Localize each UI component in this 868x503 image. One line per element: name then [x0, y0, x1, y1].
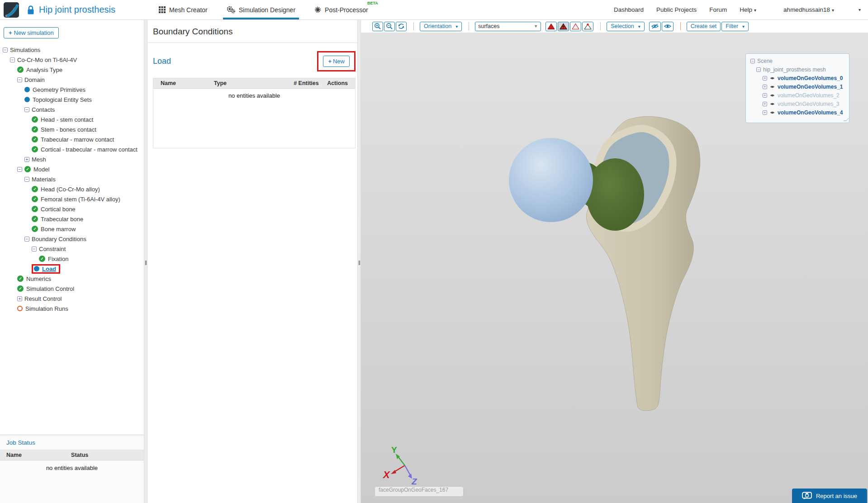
tab-label: Post-Processor	[325, 6, 368, 14]
refresh-view-button[interactable]	[396, 22, 407, 31]
sidebar-tree-item[interactable]: ✓ Head (Co-Cr-Mo alloy)	[0, 184, 144, 194]
tab-mesh-creator[interactable]: Mesh Creator	[157, 0, 209, 19]
render-mode-surfaces-edges-button[interactable]	[558, 22, 569, 31]
sidebar-tree-item[interactable]: ✓ Simulation Control	[0, 284, 144, 294]
tree-status-icon: ✓	[17, 275, 24, 282]
tree-expand-icon[interactable]: +	[763, 102, 767, 106]
tree-expand-icon[interactable]: +	[763, 85, 767, 89]
nav-dashboard[interactable]: Dashboard	[614, 6, 644, 13]
sidebar-tree-item[interactable]: ✓ Fixation	[0, 254, 144, 264]
sidebar-tree-item[interactable]: ✓ Trabecular - marrow contact	[0, 134, 144, 144]
render-mode-points-button[interactable]	[582, 22, 593, 31]
new-simulation-button[interactable]: + New simulation	[4, 27, 59, 38]
tree-collapse-icon[interactable]: −	[750, 59, 755, 63]
tree-expander-icon[interactable]: +	[24, 157, 29, 162]
sidebar-tree-item[interactable]: ✓ Head - stem contact	[0, 114, 144, 124]
tree-expander-icon[interactable]: −	[3, 47, 8, 52]
scene-volume-row[interactable]: + volumeOnGeoVolumes_3	[750, 100, 846, 108]
tree-collapse-icon[interactable]: −	[756, 67, 761, 72]
annotation-box-new-button: + New	[317, 51, 356, 71]
sidebar-tree-item[interactable]: − Boundary Conditions	[0, 234, 144, 244]
resize-grip-icon[interactable]	[843, 118, 849, 121]
sidebar-tree-item[interactable]: − ✓ Model	[0, 164, 144, 174]
sidebar-tree-item[interactable]: + Result Control	[0, 294, 144, 304]
nav-help[interactable]: Help▾	[740, 6, 756, 13]
scene-root-row[interactable]: − Scene	[750, 57, 846, 65]
tree-item-label: Bone marrow	[41, 226, 76, 233]
scene-volume-row[interactable]: + volumeOnGeoVolumes_4	[750, 109, 846, 116]
tree-expander-icon[interactable]: +	[17, 296, 22, 301]
tree-expand-icon[interactable]: +	[763, 76, 767, 81]
eye-icon[interactable]	[769, 93, 775, 98]
sidebar-tree-item[interactable]: Topological Entity Sets	[0, 95, 144, 104]
eye-icon[interactable]	[769, 85, 775, 89]
selection-button[interactable]: Selection ▾	[607, 22, 644, 31]
hide-selected-button[interactable]	[649, 22, 661, 31]
face-name-input[interactable]	[375, 486, 464, 497]
zoom-in-button[interactable]	[372, 22, 383, 31]
tree-expander-icon[interactable]: −	[32, 247, 37, 252]
tree-status-icon: ✓	[32, 206, 38, 212]
orientation-button[interactable]: Orientation ▾	[420, 22, 462, 31]
sidebar-tree-item[interactable]: − Contacts	[0, 104, 144, 114]
scene-volume-row[interactable]: + volumeOnGeoVolumes_2	[750, 92, 846, 99]
scene-mesh-row[interactable]: − hip_joint_prosthesis mesh	[750, 66, 846, 73]
render-mode-wireframe-button[interactable]	[570, 22, 581, 31]
tree-expander-icon[interactable]: −	[17, 77, 22, 82]
tree-item-label: Model	[33, 166, 49, 173]
panel-splitter-left[interactable]	[144, 20, 147, 503]
scene-volume-label: volumeOnGeoVolumes_3	[778, 101, 840, 107]
tree-expander-icon[interactable]: −	[17, 167, 22, 172]
tree-expander-icon[interactable]: −	[24, 107, 29, 112]
sidebar-tree-item[interactable]: − Co-Cr-Mo on Ti-6Al-4V	[0, 55, 144, 65]
chevron-down-icon: ▾	[742, 24, 745, 29]
sidebar-tree-item[interactable]: ✓ Bone marrow	[0, 224, 144, 234]
tab-simulation-designer[interactable]: Simulation Designer	[225, 0, 297, 19]
sidebar-tree-item[interactable]: ✓ Cortical bone	[0, 204, 144, 214]
app-logo-icon[interactable]	[4, 2, 19, 18]
sidebar-tree-item[interactable]: ✓ Analysis Type	[0, 65, 144, 75]
scene-volume-row[interactable]: + volumeOnGeoVolumes_1	[750, 83, 846, 90]
new-load-button[interactable]: + New	[323, 56, 350, 67]
zoom-out-button[interactable]	[384, 22, 395, 31]
sidebar-tree-item[interactable]: Simulation Runs	[0, 304, 144, 313]
nav-forum[interactable]: Forum	[709, 6, 727, 13]
toolbar-separator	[680, 22, 681, 30]
eye-icon[interactable]	[769, 76, 775, 81]
sidebar-tree-item[interactable]: ✓ Femoral stem (Ti-6Al-4V alloy)	[0, 194, 144, 204]
tree-expander-icon[interactable]: −	[10, 57, 15, 62]
sidebar-tree-item[interactable]: ✓ Numerics	[0, 274, 144, 284]
3d-canvas[interactable]: X Y Z − Scene − hip_joint_prosthesis mes…	[361, 33, 868, 503]
sidebar-tree-item[interactable]: ✓ Trabecular bone	[0, 214, 144, 224]
sidebar-tree-item[interactable]: − Materials	[0, 174, 144, 184]
tree-expander-icon[interactable]: −	[24, 177, 29, 182]
overflow-menu-chevron-icon[interactable]: ▾	[859, 7, 861, 12]
tree-status-icon: ✓	[32, 186, 38, 192]
sidebar-tree-item[interactable]: − Constraint	[0, 244, 144, 254]
render-mode-surfaces-solid-button[interactable]	[545, 22, 557, 31]
scene-volume-row[interactable]: + volumeOnGeoVolumes_0	[750, 75, 846, 82]
tree-expander-icon[interactable]: −	[24, 237, 29, 242]
show-selected-button[interactable]	[662, 22, 674, 31]
plus-icon: +	[328, 58, 332, 65]
sidebar-tree-item[interactable]: ✓ Cortical - trabecular - marrow contact	[0, 144, 144, 154]
sidebar-tree-item[interactable]: + Mesh	[0, 154, 144, 164]
tab-post-processor[interactable]: Post-Processor BETA	[313, 0, 375, 19]
sidebar-tree-item[interactable]: − Simulations	[0, 45, 144, 55]
sidebar-tree-item[interactable]: Geometry Primitives	[0, 85, 144, 95]
report-issue-button[interactable]: Report an issue	[792, 489, 867, 503]
render-mode-select[interactable]: surfaces ▼	[475, 22, 541, 31]
filter-button[interactable]: Filter ▾	[721, 22, 749, 31]
tree-expand-icon[interactable]: +	[763, 110, 767, 115]
sidebar-tree-item[interactable]: Load	[0, 264, 144, 274]
eye-icon[interactable]	[769, 102, 775, 106]
create-set-button[interactable]: Create set	[687, 22, 721, 31]
tree-status-icon	[24, 97, 30, 102]
sidebar-tree-item[interactable]: − Domain	[0, 75, 144, 85]
panel-splitter-right[interactable]	[357, 20, 361, 503]
tree-expand-icon[interactable]: +	[763, 93, 767, 98]
nav-public-projects[interactable]: Public Projects	[656, 6, 697, 13]
sidebar-tree-item[interactable]: ✓ Stem - bones contact	[0, 124, 144, 134]
user-menu[interactable]: ahmedhussain18▾	[783, 6, 834, 13]
eye-icon[interactable]	[769, 110, 775, 115]
